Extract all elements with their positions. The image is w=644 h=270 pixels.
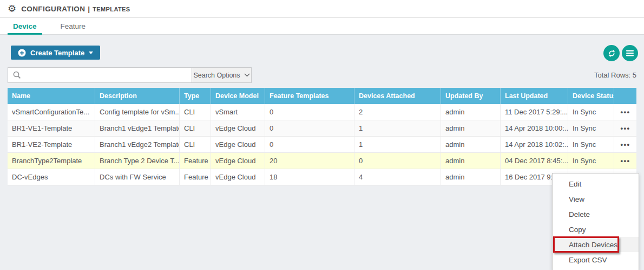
column-header-last_updated[interactable]: Last Updated xyxy=(501,88,568,104)
tab-feature[interactable]: Feature xyxy=(55,18,91,34)
table-row[interactable]: BR1-VE2-TemplateBranch1 vEdge2 TemplateC… xyxy=(8,137,636,153)
search-bar: Search Options xyxy=(8,67,252,83)
hamburger-icon xyxy=(626,49,634,57)
cell-description: Branch Type 2 Device T... xyxy=(95,153,180,169)
cell-device_status: In Sync xyxy=(568,153,614,169)
create-template-label: Create Template xyxy=(30,49,84,57)
cell-description: Config template for vSm... xyxy=(95,104,180,120)
cell-updated_by: admin xyxy=(441,120,501,136)
refresh-icon xyxy=(607,49,616,58)
total-rows-label: Total Rows: 5 xyxy=(594,71,636,79)
templates-table: NameDescriptionTypeDevice ModelFeature T… xyxy=(8,88,636,185)
table-row[interactable]: DC-vEdgesDCs with FW ServiceFeaturevEdge… xyxy=(8,169,636,185)
cell-updated_by: admin xyxy=(441,169,501,185)
column-header-device_model[interactable]: Device Model xyxy=(211,88,265,104)
column-header-menu[interactable] xyxy=(614,88,636,104)
cell-name: BR1-VE1-Template xyxy=(8,120,95,136)
cell-updated_by: admin xyxy=(441,153,501,169)
cell-feature_templates: 0 xyxy=(265,104,354,120)
cell-device_model: vEdge Cloud xyxy=(211,137,265,152)
gear-icon: ⚙ xyxy=(8,4,16,14)
search-icon xyxy=(8,68,25,82)
cell-feature_templates: 20 xyxy=(265,153,354,169)
title-bar: ⚙ CONFIGURATION | TEMPLATES xyxy=(0,0,644,18)
column-header-type[interactable]: Type xyxy=(180,88,211,104)
tab-bar: Device Feature xyxy=(0,18,644,35)
cell-feature_templates: 18 xyxy=(265,169,354,185)
tab-device[interactable]: Device xyxy=(8,18,42,34)
cell-menu[interactable]: ••• xyxy=(614,120,636,136)
context-menu-item-edit[interactable]: Edit xyxy=(553,176,639,191)
cell-devices_attached: 1 xyxy=(354,137,441,152)
cell-type: CLI xyxy=(180,120,211,136)
tab-feature-label: Feature xyxy=(61,22,86,30)
search-input[interactable] xyxy=(25,68,192,82)
table-row[interactable]: BR1-VE1-TemplateBranch1 vEdge1 TemplateC… xyxy=(8,120,636,137)
cell-type: CLI xyxy=(180,104,211,120)
cell-updated_by: admin xyxy=(441,104,501,120)
context-menu-item-view[interactable]: View xyxy=(553,191,639,207)
annotation-box xyxy=(553,236,619,253)
cell-devices_attached: 4 xyxy=(354,169,441,185)
cell-type: Feature xyxy=(180,153,211,169)
refresh-button[interactable] xyxy=(603,45,620,61)
cell-device_status: In Sync xyxy=(568,104,614,120)
column-header-description[interactable]: Description xyxy=(95,88,180,104)
cell-device_model: vEdge Cloud xyxy=(211,169,265,185)
context-menu-item-copy[interactable]: Copy xyxy=(553,222,639,237)
templates-page: ⚙ CONFIGURATION | TEMPLATES Device Featu… xyxy=(0,0,644,270)
table-body: vSmartConfigurationTe...Config template … xyxy=(8,104,636,185)
cell-name: vSmartConfigurationTe... xyxy=(8,104,95,120)
title-separator: | xyxy=(88,5,90,13)
cell-type: CLI xyxy=(180,137,211,152)
cell-description: DCs with FW Service xyxy=(95,169,180,185)
cell-device_status: In Sync xyxy=(568,137,614,152)
cell-name: DC-vEdges xyxy=(8,169,95,185)
cell-last_updated: 14 Apr 2018 10:00:... xyxy=(501,120,568,136)
cell-device_status: In Sync xyxy=(568,120,614,136)
column-header-device_status[interactable]: Device Status xyxy=(568,88,614,104)
cell-description: Branch1 vEdge1 Template xyxy=(95,120,180,136)
cell-last_updated: 14 Apr 2018 10:02:... xyxy=(501,137,568,152)
caret-down-icon xyxy=(89,52,93,54)
cell-device_model: vSmart xyxy=(211,104,265,120)
cell-menu[interactable]: ••• xyxy=(614,153,636,169)
search-options-button[interactable]: Search Options xyxy=(192,68,251,82)
page-title: CONFIGURATION xyxy=(21,5,85,13)
cell-type: Feature xyxy=(180,169,211,185)
cell-devices_attached: 1 xyxy=(354,120,441,136)
cell-menu[interactable]: ••• xyxy=(614,137,636,152)
search-options-label: Search Options xyxy=(193,72,240,79)
plus-circle-icon xyxy=(18,49,26,57)
cell-device_model: vEdge Cloud xyxy=(211,120,265,136)
column-header-devices_attached[interactable]: Devices Attached xyxy=(354,88,441,104)
table-row[interactable]: BranchType2TemplateBranch Type 2 Device … xyxy=(8,153,636,169)
cell-name: BR1-VE2-Template xyxy=(8,137,95,152)
column-header-updated_by[interactable]: Updated By xyxy=(441,88,501,104)
cell-updated_by: admin xyxy=(441,137,501,152)
cell-devices_attached: 0 xyxy=(354,153,441,169)
context-menu-item-delete[interactable]: Delete xyxy=(553,207,639,222)
column-header-feature_templates[interactable]: Feature Templates xyxy=(265,88,354,104)
cell-feature_templates: 0 xyxy=(265,137,354,152)
cell-feature_templates: 0 xyxy=(265,120,354,136)
cell-name: BranchType2Template xyxy=(8,153,95,169)
table-options-button[interactable] xyxy=(622,45,638,61)
table-header-row: NameDescriptionTypeDevice ModelFeature T… xyxy=(8,88,636,104)
context-menu-item-attach-devices[interactable]: Attach Devices xyxy=(553,237,639,252)
cell-last_updated: 11 Dec 2017 5:29:... xyxy=(501,104,568,120)
tab-device-label: Device xyxy=(13,22,37,30)
cell-devices_attached: 2 xyxy=(354,104,441,120)
row-context-menu: EditViewDeleteCopyAttach DevicesExport C… xyxy=(552,173,639,270)
table-row[interactable]: vSmartConfigurationTe...Config template … xyxy=(8,104,636,120)
chevron-down-icon xyxy=(244,73,250,77)
column-header-name[interactable]: Name xyxy=(8,88,95,104)
cell-last_updated: 04 Dec 2017 8:45:... xyxy=(501,153,568,169)
page-subtitle: TEMPLATES xyxy=(93,5,130,12)
context-menu-item-export-csv[interactable]: Export CSV xyxy=(553,252,639,267)
cell-device_model: vEdge Cloud xyxy=(211,153,265,169)
cell-description: Branch1 vEdge2 Template xyxy=(95,137,180,152)
create-template-button[interactable]: Create Template xyxy=(11,46,100,60)
cell-menu[interactable]: ••• xyxy=(614,104,636,120)
